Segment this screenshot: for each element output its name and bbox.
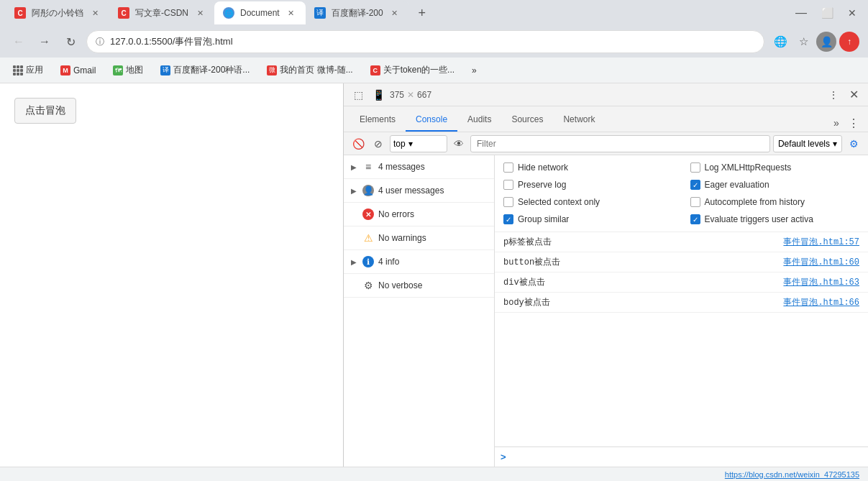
devtools-close-button[interactable]: ✕ bbox=[845, 86, 862, 104]
bookmark-weibo[interactable]: 微 我的首页 微博-随... bbox=[262, 61, 357, 79]
context-selector[interactable]: top ▾ bbox=[390, 135, 447, 152]
console-filter-input[interactable] bbox=[470, 135, 770, 152]
tab-network[interactable]: Network bbox=[553, 109, 605, 132]
log-link-0[interactable]: 事件冒泡.html:57 bbox=[783, 236, 859, 248]
msg-icon-warning: ⚠ bbox=[362, 232, 374, 244]
log-link-1[interactable]: 事件冒泡.html:60 bbox=[783, 256, 859, 268]
msg-item-user-messages[interactable]: ▶ 👤 4 user messages bbox=[344, 179, 494, 202]
inspect-icon[interactable]: ⬚ bbox=[350, 86, 367, 104]
label-eager-eval: Eager evaluation bbox=[705, 180, 769, 190]
levels-selector[interactable]: Default levels ▾ bbox=[773, 135, 842, 152]
msg-label-no-warnings: No warnings bbox=[378, 233, 488, 243]
tab-close-2[interactable]: ✕ bbox=[194, 7, 206, 19]
tab-sources[interactable]: Sources bbox=[501, 109, 553, 132]
checkbox-group-similar[interactable]: ✓ bbox=[503, 214, 513, 224]
bookmark-icon[interactable]: ☆ bbox=[793, 32, 813, 52]
msg-label-no-verbose: No verbose bbox=[378, 280, 488, 290]
tab-1[interactable]: C 阿彤の小铃铛 ✕ bbox=[6, 1, 109, 24]
device-toggle-icon[interactable]: 📱 bbox=[370, 86, 387, 104]
close-button[interactable]: ✕ bbox=[842, 4, 862, 22]
tab-console-label: Console bbox=[416, 114, 447, 124]
label-evaluate-triggers: Evaluate triggers user activa bbox=[705, 214, 813, 224]
bookmark-token[interactable]: C 关于token的一些... bbox=[366, 61, 459, 79]
status-url[interactable]: https://blog.csdn.net/weixin_47295135 bbox=[725, 470, 859, 479]
gmail-favicon: M bbox=[60, 65, 70, 75]
bookmark-maps[interactable]: 🗺 地图 bbox=[109, 61, 147, 79]
checkbox-selected-context[interactable] bbox=[503, 197, 513, 207]
msg-arrow-2: ▶ bbox=[350, 186, 358, 195]
checkbox-hide-network[interactable] bbox=[503, 162, 513, 173]
checkbox-autocomplete[interactable] bbox=[690, 197, 700, 207]
msg-item-no-warnings[interactable]: ▶ ⚠ No warnings bbox=[344, 226, 494, 249]
live-expression-button[interactable]: 👁 bbox=[450, 135, 467, 152]
levels-label: Default levels bbox=[778, 139, 830, 149]
console-input-row: > bbox=[495, 446, 868, 467]
refresh-button[interactable]: ↻ bbox=[60, 32, 81, 52]
checkbox-preserve-log[interactable] bbox=[503, 180, 513, 190]
tab-elements[interactable]: Elements bbox=[350, 109, 406, 132]
console-prompt: > bbox=[501, 452, 506, 462]
msg-item-messages[interactable]: ▶ ≡ 4 messages bbox=[344, 155, 494, 178]
bookmark-baidu-trans[interactable]: 译 百度翻译-200种语... bbox=[156, 61, 254, 79]
bookmark-label-gmail: Gmail bbox=[73, 65, 96, 75]
bookmark-label-token: 关于token的一些... bbox=[383, 64, 454, 76]
console-filter-button[interactable]: ⊘ bbox=[370, 135, 387, 152]
tab-close-3[interactable]: ✕ bbox=[285, 7, 297, 19]
window-controls: — ⬜ ✕ bbox=[790, 4, 862, 22]
bookmark-gmail[interactable]: M Gmail bbox=[56, 63, 100, 78]
maximize-button[interactable]: ⬜ bbox=[816, 4, 839, 22]
tab-audits[interactable]: Audits bbox=[457, 109, 501, 132]
tab-console[interactable]: Console bbox=[406, 109, 457, 132]
option-selected-context: Selected context only bbox=[503, 196, 673, 209]
msg-label-messages: 4 messages bbox=[378, 162, 488, 172]
clear-console-button[interactable]: 🚫 bbox=[350, 135, 367, 152]
msg-group-4: ▶ ⚠ No warnings bbox=[344, 226, 494, 250]
bookmark-label-maps: 地图 bbox=[126, 64, 143, 76]
update-icon[interactable]: ↑ bbox=[839, 32, 859, 52]
devtools-settings-icon[interactable]: ⋮ bbox=[845, 114, 862, 132]
tabs-more-button[interactable]: » bbox=[828, 114, 845, 132]
main-area: 点击冒泡 ⬚ 📱 375 ✕ 667 ⋮ ✕ Elements bbox=[0, 83, 868, 467]
bookmark-apps[interactable]: 应用 bbox=[9, 61, 47, 79]
msg-item-no-verbose[interactable]: ▶ ⚙ No verbose bbox=[344, 274, 494, 297]
tab-label-2: 写文章-CSDN bbox=[135, 7, 188, 19]
devtools-more-button[interactable]: ⋮ bbox=[825, 86, 842, 104]
bookmarks-bar: 应用 M Gmail 🗺 地图 译 百度翻译-200种语... 微 我的首页 微… bbox=[0, 58, 868, 83]
console-right-pane: Hide network Log XMLHttpRequests Preserv… bbox=[495, 155, 868, 467]
checkbox-evaluate-triggers[interactable]: ✓ bbox=[690, 214, 700, 224]
bookmark-more-label: » bbox=[472, 65, 477, 75]
msg-group-2: ▶ 👤 4 user messages bbox=[344, 179, 494, 203]
tab-audits-label: Audits bbox=[467, 114, 491, 124]
tab-2[interactable]: C 写文章-CSDN ✕ bbox=[109, 1, 214, 24]
tab-label-4: 百度翻译-200 bbox=[332, 7, 383, 19]
tab-4[interactable]: 译 百度翻译-200 ✕ bbox=[306, 1, 409, 24]
back-button[interactable]: ← bbox=[9, 32, 29, 52]
checkbox-log-xhr[interactable] bbox=[690, 162, 700, 173]
bookmark-more[interactable]: » bbox=[467, 63, 481, 78]
log-messages: p标签被点击 事件冒泡.html:57 button被点击 事件冒泡.html:… bbox=[495, 232, 868, 446]
log-link-3[interactable]: 事件冒泡.html:66 bbox=[783, 296, 859, 308]
checkbox-eager-eval[interactable]: ✓ bbox=[690, 180, 700, 190]
msg-icon-list: ≡ bbox=[362, 161, 374, 173]
tab-close-4[interactable]: ✕ bbox=[389, 7, 401, 19]
msg-item-no-errors[interactable]: ▶ ✕ No errors bbox=[344, 203, 494, 226]
avatar-icon[interactable]: 👤 bbox=[816, 32, 836, 52]
tab-3[interactable]: 🌐 Document ✕ bbox=[214, 1, 306, 24]
minimize-button[interactable]: — bbox=[790, 4, 813, 22]
msg-item-info[interactable]: ▶ ℹ 4 info bbox=[344, 250, 494, 273]
click-bubble-button[interactable]: 点击冒泡 bbox=[14, 98, 76, 124]
msg-arrow-1: ▶ bbox=[350, 162, 358, 171]
translate-icon[interactable]: 🌐 bbox=[770, 32, 790, 52]
apps-icon bbox=[13, 65, 23, 75]
tab-favicon-1: C bbox=[14, 7, 26, 19]
new-tab-button[interactable]: + bbox=[412, 3, 432, 23]
forward-button[interactable]: → bbox=[35, 32, 55, 52]
option-eager-eval: ✓ Eager evaluation bbox=[690, 178, 860, 191]
console-input[interactable] bbox=[511, 452, 862, 462]
console-settings-icon[interactable]: ⚙ bbox=[845, 135, 862, 152]
log-link-2[interactable]: 事件冒泡.html:63 bbox=[783, 276, 859, 288]
option-hide-network: Hide network bbox=[503, 161, 673, 174]
address-input[interactable]: ⓘ 127.0.0.1:5500/事件冒泡.html bbox=[86, 30, 764, 53]
baidu-trans-favicon: 译 bbox=[160, 65, 170, 75]
tab-close-1[interactable]: ✕ bbox=[89, 7, 101, 19]
